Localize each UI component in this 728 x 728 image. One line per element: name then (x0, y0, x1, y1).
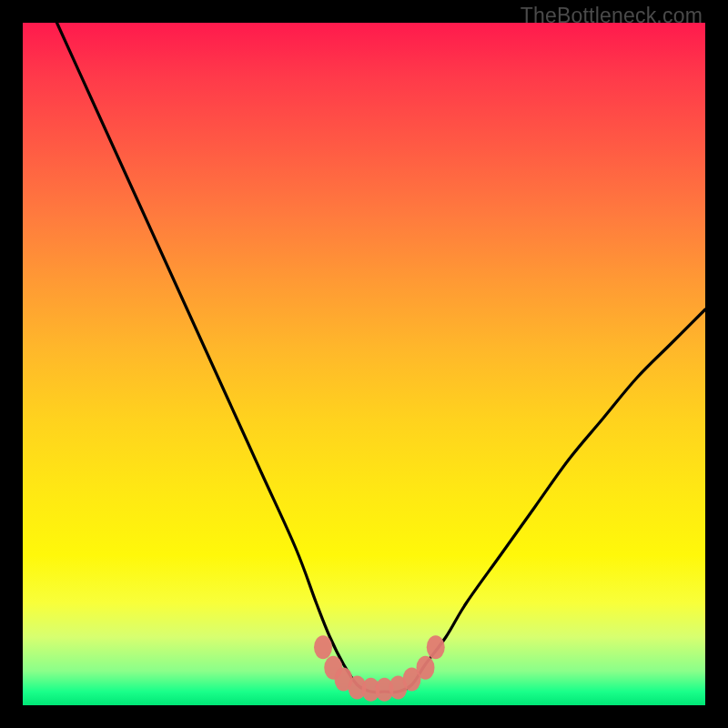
bottleneck-curve (57, 23, 706, 693)
plot-area (23, 23, 705, 705)
chart-svg (23, 23, 705, 705)
watermark-text: TheBottleneck.com (521, 4, 703, 28)
chart-frame: TheBottleneck.com (0, 0, 728, 728)
marker-dot (427, 635, 445, 659)
marker-dot (314, 635, 332, 659)
marker-dot (417, 656, 435, 680)
